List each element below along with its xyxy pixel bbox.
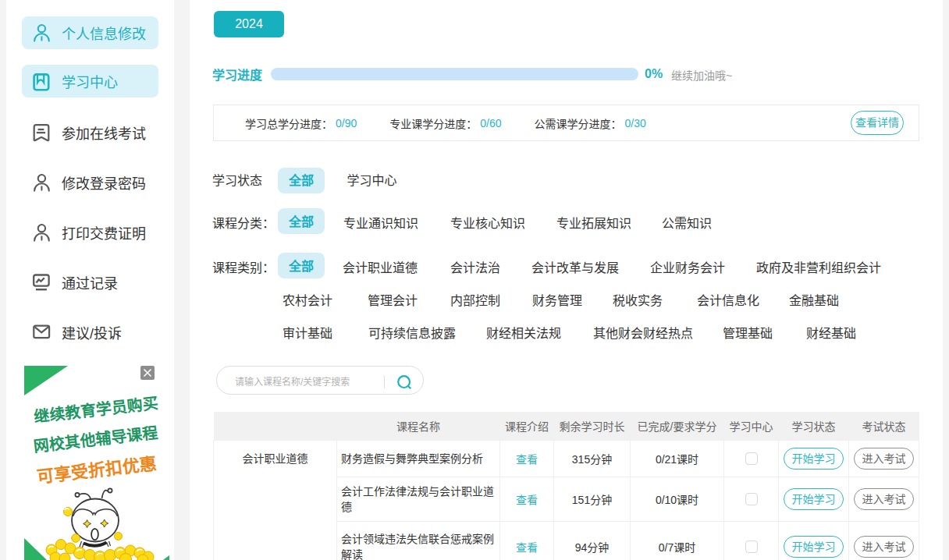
svg-text:网校其他辅导课程: 网校其他辅导课程 [33, 424, 159, 455]
svg-text:可享受折扣优惠: 可享受折扣优惠 [36, 454, 158, 487]
svg-text:继续教育学员购买: 继续教育学员购买 [33, 394, 159, 426]
